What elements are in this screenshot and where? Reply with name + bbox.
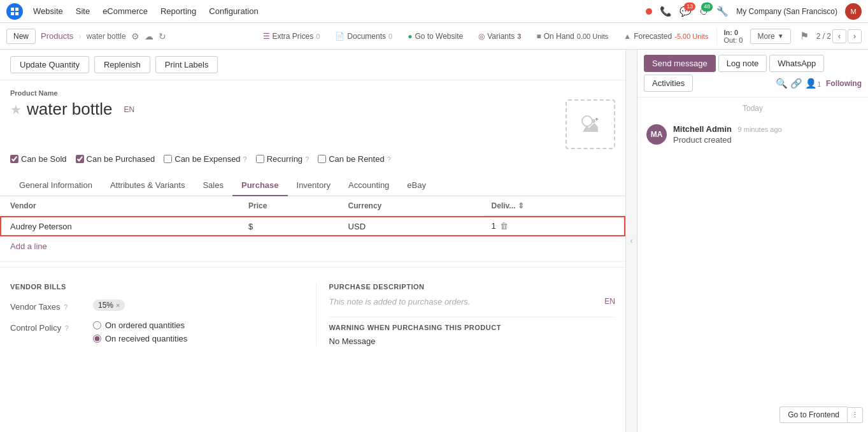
nav-ecommerce[interactable]: eCommerce — [100, 4, 150, 18]
tab-purchase[interactable]: Purchase — [232, 175, 288, 196]
warning-divider — [329, 317, 616, 317]
vendor-row[interactable]: Audrey Peterson $ USD 1 🗑 — [0, 216, 625, 236]
section-divider-1 — [0, 261, 625, 262]
following-button[interactable]: Following — [826, 79, 862, 88]
inout-btn[interactable]: In: 0 Out: 0 — [716, 27, 749, 45]
variants-btn[interactable]: ◎ Variants 3 — [471, 29, 528, 44]
action-bar: Update Quantity Replenish Print Labels — [0, 50, 625, 80]
pager-next-btn[interactable]: › — [848, 29, 862, 43]
user-chatter-icon[interactable]: 👤1 — [805, 78, 821, 89]
breadcrumb-parent[interactable]: Products — [41, 31, 73, 41]
nav-site[interactable]: Site — [73, 4, 92, 18]
expensed-help-icon[interactable]: ? — [243, 155, 247, 163]
update-quantity-button[interactable]: Update Quantity — [10, 56, 89, 73]
delete-row-icon[interactable]: 🗑 — [500, 221, 508, 231]
tab-ebay[interactable]: eBay — [398, 175, 435, 196]
more-label: More — [757, 32, 774, 41]
tab-content-purchase: Vendor Price Currency Deliv... ⇕ — [0, 196, 625, 356]
product-name-text[interactable]: water bottle — [27, 99, 112, 119]
vendor-col-header: Vendor — [0, 196, 241, 216]
cloud-icon[interactable]: ☁ — [145, 31, 153, 41]
link-chatter-icon[interactable]: 🔗 — [790, 78, 802, 89]
nav-configuration[interactable]: Configuration — [206, 4, 260, 18]
sort-icon[interactable]: ⇕ — [518, 201, 524, 210]
settings-icon[interactable]: ⚙ — [131, 31, 139, 41]
vendor-delivery-cell: 1 🗑 — [484, 216, 625, 236]
send-message-button[interactable]: Send message — [644, 55, 716, 72]
tax-badge-close-icon[interactable]: × — [116, 301, 120, 309]
price-col-header: Price — [241, 196, 341, 216]
purchase-desc-title: PURCHASE DESCRIPTION — [329, 283, 616, 291]
nav-website[interactable]: Website — [31, 4, 66, 18]
nav-reporting[interactable]: Reporting — [158, 4, 199, 18]
tab-accounting[interactable]: Accounting — [339, 175, 398, 196]
product-name-field-label: Product Name — [10, 89, 615, 97]
recurring-checkbox[interactable]: Recurring ? — [256, 154, 309, 164]
go-to-frontend-button[interactable]: Go to Frontend — [779, 407, 847, 423]
go-to-website-btn[interactable]: ● Go to Website — [401, 29, 470, 44]
message-time: 9 minutes ago — [738, 126, 782, 133]
chat-icon-btn[interactable]: 💬 13 — [679, 6, 692, 17]
two-col-section: VENDOR BILLS Vendor Taxes ? 15% × — [0, 273, 625, 356]
tab-sales[interactable]: Sales — [194, 175, 232, 196]
phone-icon[interactable]: 📞 — [660, 6, 672, 17]
user-avatar[interactable]: M — [845, 3, 862, 20]
documents-btn[interactable]: 📄 Documents 0 — [328, 29, 399, 44]
pager-prev-btn[interactable]: ‹ — [832, 29, 846, 43]
go-to-frontend-more-icon[interactable]: ⋮ — [847, 407, 863, 423]
extra-prices-icon: ☰ — [263, 32, 270, 41]
favorite-star-icon[interactable]: ★ — [10, 103, 22, 116]
control-policy-help-icon[interactable]: ? — [65, 324, 69, 332]
recurring-help-icon[interactable]: ? — [305, 155, 309, 163]
activities-button[interactable]: Activities — [644, 75, 693, 92]
warning-value[interactable]: No Message — [329, 336, 376, 346]
replenish-button[interactable]: Replenish — [94, 56, 150, 73]
vendor-taxes-label: Vendor Taxes ? — [10, 299, 87, 312]
product-image[interactable] — [566, 99, 615, 149]
breadcrumb-bar: New Products › water bottle ⚙ ☁ ↻ ☰ Extr… — [0, 23, 868, 50]
tax-badge[interactable]: 15% × — [93, 299, 125, 311]
received-quantities-radio[interactable]: On received quantities — [93, 334, 187, 343]
new-button[interactable]: New — [6, 29, 36, 44]
clock-icon-btn[interactable]: ⏱ 48 — [699, 6, 709, 17]
extra-prices-label: Extra Prices — [273, 32, 314, 41]
ordered-quantities-radio[interactable]: On ordered quantities — [93, 320, 187, 330]
chatter-collapse-btn[interactable]: ‹ — [626, 50, 637, 432]
vendor-price-cell: $ — [241, 216, 341, 236]
vendor-taxes-help-icon[interactable]: ? — [64, 303, 68, 311]
more-btn[interactable]: More ▼ — [750, 29, 790, 44]
vendor-bills-col: VENDOR BILLS Vendor Taxes ? 15% × — [10, 283, 316, 346]
extra-prices-btn[interactable]: ☰ Extra Prices 0 — [256, 29, 327, 44]
forecasted-btn[interactable]: ▲ Forecasted -5.00 Units — [616, 29, 715, 44]
lang-badge[interactable]: EN — [124, 105, 134, 114]
breadcrumb-current: water bottle — [87, 32, 126, 41]
log-note-button[interactable]: Log note — [718, 55, 767, 72]
tab-general[interactable]: General Information — [10, 175, 101, 196]
bookmark-icon[interactable]: ⚑ — [800, 30, 809, 42]
can-be-sold-checkbox[interactable]: Can be Sold — [10, 154, 67, 164]
wrench-icon[interactable]: 🔧 — [716, 6, 729, 17]
search-chatter-icon[interactable]: 🔍 — [776, 78, 788, 89]
refresh-icon[interactable]: ↻ — [159, 31, 166, 41]
purchase-desc-lang[interactable]: EN — [604, 297, 615, 306]
message-author: Mitchell Admin — [673, 124, 732, 134]
app-logo[interactable] — [6, 3, 23, 20]
product-form: Product Name ★ water bottle EN — [0, 80, 625, 175]
go-to-website-label: Go to Website — [415, 32, 463, 41]
on-hand-btn[interactable]: ■ On Hand 0.00 Units — [529, 29, 615, 44]
svg-rect-2 — [11, 12, 14, 15]
pager-text: 2 / 2 — [816, 32, 831, 41]
on-hand-icon: ■ — [536, 32, 541, 41]
control-policy-options: On ordered quantities On received quanti… — [93, 320, 187, 343]
print-labels-button[interactable]: Print Labels — [155, 56, 218, 73]
can-be-expensed-checkbox[interactable]: Can be Expensed ? — [164, 154, 246, 164]
add-line-btn[interactable]: Add a line — [0, 236, 57, 256]
can-be-rented-checkbox[interactable]: Can be Rented ? — [318, 154, 391, 164]
company-name[interactable]: My Company (San Francisco) — [736, 7, 837, 16]
purchase-desc-note[interactable]: This note is added to purchase orders. — [329, 297, 600, 306]
can-be-purchased-checkbox[interactable]: Can be Purchased — [76, 154, 155, 164]
rented-help-icon[interactable]: ? — [387, 155, 391, 163]
whatsapp-button[interactable]: WhatsApp — [769, 55, 824, 72]
tab-inventory[interactable]: Inventory — [288, 175, 339, 196]
tab-attributes[interactable]: Attributes & Variants — [101, 175, 194, 196]
